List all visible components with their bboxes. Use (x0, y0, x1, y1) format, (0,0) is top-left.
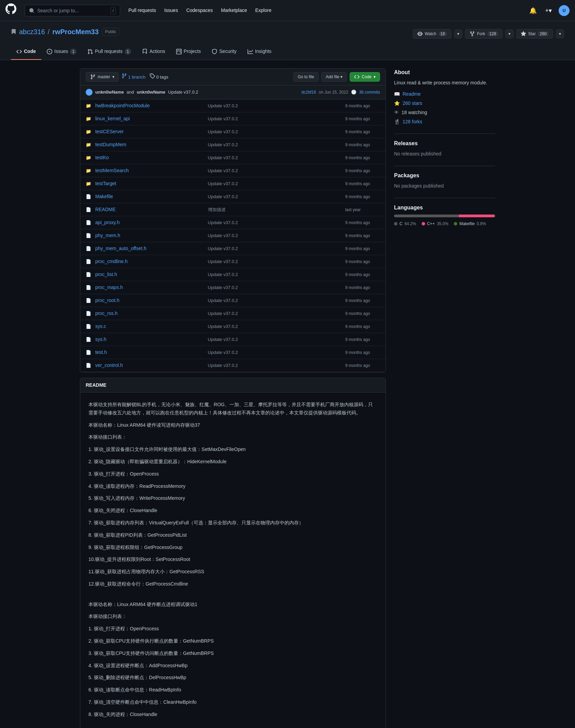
tab-actions[interactable]: Actions (137, 44, 171, 60)
table-row: 📄 phy_mem.h Update v37.0.2 9 months ago (80, 229, 385, 242)
lang-item[interactable]: Makefile 0.8% (454, 221, 486, 227)
repo-owner[interactable]: abcz316 (19, 27, 45, 37)
tab-code[interactable]: Code (11, 44, 41, 60)
search-bar[interactable]: / (25, 5, 120, 16)
file-name[interactable]: testDumpMem (95, 142, 126, 147)
file-name[interactable]: proc_rss.h (95, 311, 117, 316)
file-name[interactable]: api_proxy.h (95, 220, 120, 225)
file-time: 9 months ago (345, 233, 370, 238)
tab-prs[interactable]: Pull requests 1 (82, 44, 137, 60)
file-name[interactable]: phy_mem.h (95, 233, 120, 238)
file-msg: Update v37.0.2 (208, 311, 238, 316)
branch-count[interactable]: 1 branch (122, 73, 145, 81)
sidebar-divider-2 (394, 166, 495, 166)
file-name[interactable]: test.h (95, 349, 107, 355)
notifications-button[interactable]: 🔔 (528, 5, 538, 16)
file-msg: Update v37.0.2 (208, 337, 238, 342)
file-type-icon: 📄 (86, 363, 91, 368)
tab-issues[interactable]: Issues 1 (41, 44, 82, 60)
fork-button[interactable]: Fork 128 (465, 29, 503, 39)
readme-link[interactable]: Readme (403, 91, 421, 98)
branch-selector[interactable]: master ▾ (86, 72, 119, 82)
nav-issues[interactable]: Issues (164, 7, 178, 14)
file-name[interactable]: testCEServer (95, 129, 124, 134)
file-name[interactable]: proc_root.h (95, 298, 120, 303)
tab-insights-label: Insights (255, 48, 271, 55)
readme-item-5: 6. 驱动_关闭进程：CloseHandle (88, 507, 377, 515)
file-msg: Update v37.0.2 (208, 181, 238, 186)
github-logo-icon[interactable] (5, 3, 16, 18)
watch-dropdown[interactable]: ▾ (454, 29, 462, 38)
file-type-icon: 📄 (86, 311, 91, 316)
plus-menu-button[interactable]: +▾ (544, 5, 553, 16)
tag-count[interactable]: 0 tags (150, 73, 168, 81)
commit-author1[interactable]: unkn0wName (95, 89, 124, 96)
table-row: 📄 proc_cmdline.h Update v37.0.2 9 months… (80, 255, 385, 268)
tab-security[interactable]: Security (206, 44, 242, 60)
lang-pct: 0.8% (477, 221, 486, 227)
file-name[interactable]: hwBreakpointProcModule (95, 103, 150, 108)
lang-item[interactable]: C++ 35.0% (422, 221, 449, 227)
stars-link[interactable]: 260 stars (403, 100, 422, 107)
file-name[interactable]: testKo (95, 155, 109, 160)
star-icon (521, 31, 526, 37)
file-time: 9 months ago (345, 155, 370, 160)
nav-explore[interactable]: Explore (255, 7, 271, 14)
table-row: 📁 testMemSearch Update v37.0.2 9 months … (80, 164, 385, 177)
nav-pull-requests[interactable]: Pull requests (128, 7, 156, 14)
sidebar: About Linux read & write process memory … (394, 68, 495, 728)
file-msg: 增加描述 (208, 207, 226, 212)
actions-tab-icon (142, 49, 148, 54)
file-name[interactable]: phy_mem_auto_offset.h (95, 246, 146, 251)
file-name[interactable]: testTarget (95, 181, 116, 186)
file-name[interactable]: README (95, 207, 116, 212)
watch-button[interactable]: Watch 18 (413, 29, 451, 39)
file-name[interactable]: proc_maps.h (95, 285, 123, 290)
nav-codespaces[interactable]: Codespaces (186, 7, 213, 14)
star-dropdown[interactable]: ▾ (556, 29, 564, 38)
fork-dropdown[interactable]: ▾ (505, 29, 514, 38)
commit-count[interactable]: 36 commits (359, 89, 380, 95)
file-name[interactable]: sys.h (95, 336, 107, 342)
file-msg: Update v37.0.2 (208, 246, 238, 251)
commit-hash[interactable]: dc2bf16 (301, 89, 316, 95)
code-button[interactable]: Code ▾ (350, 72, 380, 82)
lang-name: Makefile (459, 221, 475, 227)
repo-name[interactable]: rwProcMem33 (52, 27, 99, 37)
lang-item[interactable]: C 64.2% (394, 221, 416, 227)
file-name[interactable]: testMemSearch (95, 168, 129, 173)
file-name[interactable]: sys.c (95, 324, 106, 329)
readme-list-intro2: 本驱动接口列表： (88, 613, 377, 621)
file-name[interactable]: ver_control.h (95, 362, 123, 368)
readme-item-2: 3. 驱动_打开进程：OpenProcess (88, 470, 377, 478)
file-name[interactable]: proc_cmdline.h (95, 259, 128, 264)
commit-message[interactable]: Update v37.0.2 (168, 89, 299, 96)
tab-security-label: Security (219, 48, 237, 55)
readme-item-1: 2. 驱动_隐藏驱动（即欺骗驱动置重启机器）：HideKernelModule (88, 458, 377, 466)
tab-insights[interactable]: Insights (242, 44, 277, 60)
forks-link[interactable]: 128 forks (403, 118, 422, 125)
star-button[interactable]: Star 260 (516, 29, 553, 39)
sidebar-divider-1 (394, 134, 495, 134)
readme-item-7: 8. 驱动_获取进程PID列表：GetProcessPidList (88, 531, 377, 539)
sidebar-divider-3 (394, 198, 495, 198)
search-input[interactable] (37, 8, 106, 13)
lang-name: C++ (427, 221, 435, 227)
file-name[interactable]: Makefile (95, 194, 113, 199)
avatar[interactable]: U (559, 5, 570, 16)
add-file-button[interactable]: Add file ▾ (321, 72, 347, 82)
go-to-file-button[interactable]: Go to file (293, 72, 319, 82)
table-row: 📄 README 增加描述 last year (80, 203, 385, 216)
file-name[interactable]: proc_list.h (95, 272, 117, 277)
file-name[interactable]: linux_kernel_api (95, 116, 130, 121)
readme-item2-1: 2. 驱动_获取CPU支持硬件执行断点的数量：GetNumBRPS (88, 637, 377, 645)
commit-author2[interactable]: unkn0wName (137, 89, 166, 96)
table-row: 📄 proc_maps.h Update v37.0.2 9 months ag… (80, 281, 385, 294)
readme-list-header1: 本驱动名称：Linux ARM64 硬件读写进程内存驱动37 (88, 421, 377, 429)
readme-stat: 📖 Readme (394, 91, 495, 98)
about-desc: Linux read & write process memory module… (394, 79, 495, 86)
pr-tab-icon (87, 49, 93, 54)
about-title: About (394, 68, 495, 77)
tab-projects[interactable]: Projects (171, 44, 207, 60)
nav-marketplace[interactable]: Marketplace (221, 7, 247, 14)
